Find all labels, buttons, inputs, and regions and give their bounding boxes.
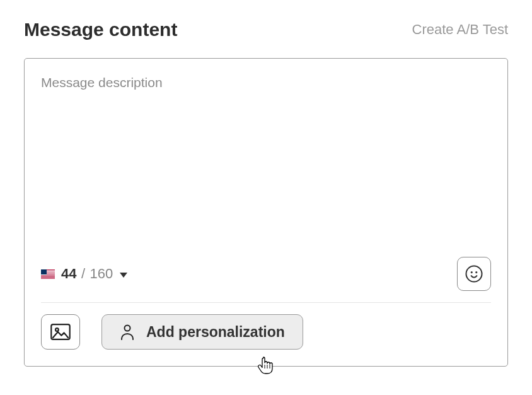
smile-icon — [465, 264, 483, 283]
header-row: Message content Create A/B Test — [24, 19, 508, 40]
character-counter-dropdown[interactable]: 44 / 160 — [41, 266, 127, 282]
person-icon — [120, 324, 135, 340]
char-count-separator: / — [81, 266, 85, 281]
create-ab-test-link[interactable]: Create A/B Test — [412, 21, 508, 38]
svg-point-5 — [125, 326, 130, 331]
char-count-current: 44 — [61, 266, 76, 281]
stats-row: 44 / 160 — [41, 257, 491, 303]
emoji-picker-button[interactable] — [457, 257, 491, 291]
add-personalization-button[interactable]: Add personalization — [101, 314, 303, 350]
page-title: Message content — [24, 19, 177, 40]
svg-point-0 — [466, 266, 482, 282]
image-icon — [50, 323, 71, 341]
action-row: Add personalization — [41, 314, 491, 350]
message-description-input[interactable] — [41, 73, 491, 249]
message-content-card: 44 / 160 — [24, 58, 508, 367]
svg-point-1 — [471, 272, 472, 273]
svg-point-2 — [476, 272, 477, 273]
svg-point-4 — [55, 328, 59, 331]
add-personalization-label: Add personalization — [146, 324, 285, 341]
insert-image-button[interactable] — [41, 314, 80, 350]
us-flag-icon — [41, 269, 55, 279]
chevron-down-icon — [120, 273, 127, 278]
char-count-max: 160 — [90, 266, 113, 281]
